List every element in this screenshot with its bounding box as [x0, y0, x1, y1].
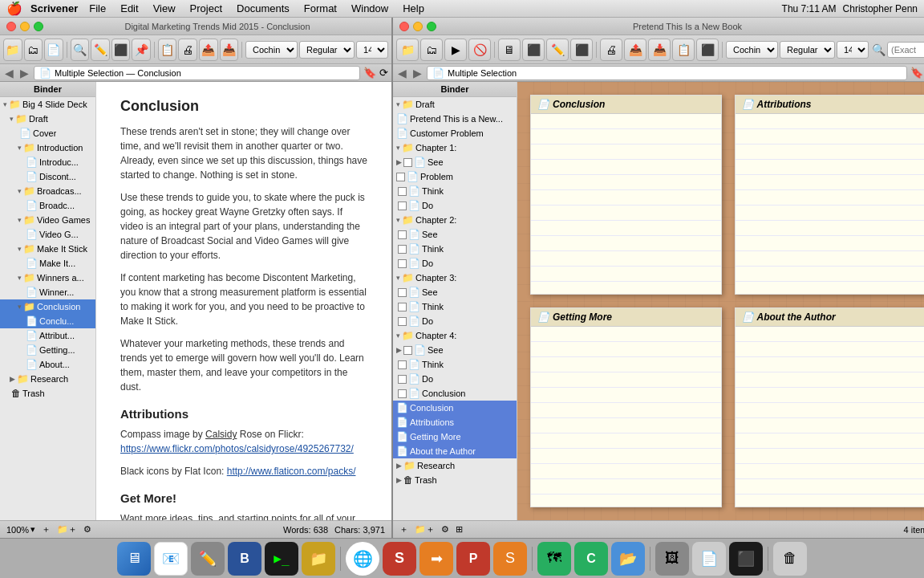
dock-trash[interactable]: 🗑 [773, 542, 807, 576]
dock-bbedit[interactable]: B [228, 542, 261, 576]
index-card-conclusion-header: 📄 Conclusion [531, 96, 721, 114]
index-card-attributions-header: 📄 Attributions [736, 96, 925, 114]
content-right: Binder ▾📁Draft 📄Pretend This is a New...… [393, 82, 924, 520]
dock-finder[interactable]: 🖥 [117, 542, 151, 576]
dock: 🖥 📧 ✏️ B ▶_ 📁 🌐 S ➡ P S 🗺 C 📂 🖼 📄 ⬛ 🗑 [0, 538, 924, 578]
dock-terminal[interactable]: ▶_ [265, 542, 298, 576]
dock-powerpoint[interactable]: P [456, 542, 490, 576]
corkboard: 📄 Conclusion 📄 Attributions 📄 Getti [517, 82, 924, 520]
index-card-conclusion-body[interactable] [531, 114, 721, 294]
dock-scrivener[interactable]: S [383, 542, 416, 576]
index-card-icon-4: 📄 [742, 311, 754, 323]
dock-arrow-app[interactable]: ➡ [419, 542, 453, 576]
index-card-gettingmore-header: 📄 Getting More [531, 308, 721, 327]
dock-black-box[interactable]: ⬛ [729, 542, 763, 576]
dock-folder1[interactable]: 📁 [302, 542, 335, 576]
dock-sketch[interactable]: S [493, 542, 527, 576]
index-card-aboutauthor-header: 📄 About the Author [736, 308, 925, 327]
dock-folder2[interactable]: 📂 [611, 542, 645, 576]
window-right: Pretend This Is a New Book 📁 🗂 ▶ 🚫 🖥 ⬛ ✏… [393, 18, 924, 538]
dock-chrome[interactable]: 🌐 [346, 542, 379, 576]
dock-maps[interactable]: 🗺 [537, 542, 571, 576]
index-card-gettingmore[interactable]: 📄 Getting More [530, 307, 722, 507]
dock-mail[interactable]: 📧 [154, 542, 188, 576]
index-card-aboutauthor-body[interactable] [736, 327, 925, 507]
index-card-icon-3: 📄 [537, 311, 549, 323]
index-card-icon-2: 📄 [742, 99, 754, 110]
index-card-attributions-body[interactable] [736, 114, 925, 294]
index-card-aboutauthor[interactable]: 📄 About the Author [735, 307, 925, 507]
index-card-attributions[interactable]: 📄 Attributions [735, 95, 925, 295]
index-card-icon: 📄 [537, 99, 549, 110]
index-card-gettingmore-body[interactable] [531, 327, 721, 507]
index-card-conclusion[interactable]: 📄 Conclusion [530, 95, 722, 295]
dock-document[interactable]: 📄 [692, 542, 726, 576]
dock-script[interactable]: ✏️ [191, 542, 225, 576]
dock-image-viewer[interactable]: 🖼 [655, 542, 689, 576]
dock-carbonfin[interactable]: C [574, 542, 608, 576]
